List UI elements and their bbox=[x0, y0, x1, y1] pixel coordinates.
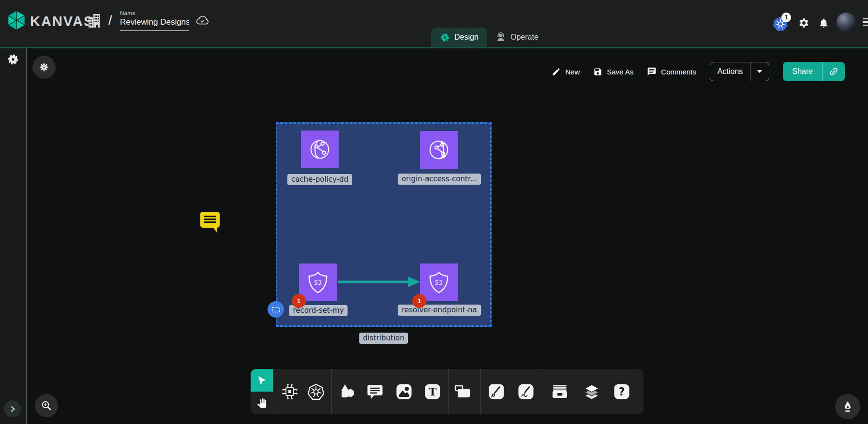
tab-design-label: Design bbox=[454, 33, 479, 42]
kanvas-app: KANVAS / Name bbox=[0, 0, 868, 424]
error-badge[interactable]: 1 bbox=[412, 294, 426, 308]
route53-resolver-endpoint-icon: 53 bbox=[427, 270, 451, 294]
kubernetes-cluster-icon[interactable]: 1 bbox=[773, 13, 794, 33]
save-as-label: Save As bbox=[607, 68, 633, 76]
canvas-menu-button[interactable] bbox=[32, 56, 56, 79]
pen-path-icon bbox=[488, 383, 505, 400]
comments-button[interactable]: Comments bbox=[647, 67, 696, 76]
node-resolver-endpoint[interactable]: 53 bbox=[420, 263, 458, 301]
svg-text:53: 53 bbox=[435, 279, 443, 286]
image-icon bbox=[396, 383, 413, 400]
node-cache-policy[interactable] bbox=[301, 131, 339, 168]
canvas-action-row: New Save As Comments Actions bbox=[552, 61, 845, 82]
cloud-saved-icon bbox=[195, 15, 209, 26]
node-origin-access-control[interactable] bbox=[420, 131, 458, 169]
pen-tool[interactable] bbox=[488, 383, 505, 400]
comment-tool[interactable] bbox=[367, 383, 384, 400]
route53-record-set-icon: 53 bbox=[306, 270, 330, 294]
kanvas-hexagon-logo[interactable] bbox=[6, 10, 27, 31]
sketch-tool[interactable] bbox=[518, 383, 535, 400]
pencil-icon bbox=[552, 67, 561, 76]
node-label[interactable]: cache-policy-dd bbox=[287, 174, 352, 185]
tab-tool[interactable] bbox=[454, 383, 471, 400]
layers-tool[interactable] bbox=[583, 383, 600, 400]
kubernetes-tool[interactable] bbox=[307, 383, 325, 400]
sidebar-expand-button[interactable] bbox=[4, 400, 21, 417]
pen-nib-icon bbox=[841, 400, 854, 413]
selection-handle[interactable] bbox=[268, 301, 284, 318]
settings-gear-icon[interactable] bbox=[798, 17, 809, 29]
tab-rename-icon bbox=[454, 383, 471, 400]
cloudfront-cache-policy-icon bbox=[308, 137, 332, 161]
whiteboard-pen-button[interactable] bbox=[835, 394, 860, 419]
svg-text:?: ? bbox=[619, 385, 625, 398]
comment-pin-icon[interactable] bbox=[199, 211, 222, 234]
new-button[interactable]: New bbox=[552, 67, 580, 76]
bottom-toolbar: T bbox=[251, 369, 644, 414]
link-icon[interactable] bbox=[823, 62, 845, 81]
node-record-set[interactable]: 53 bbox=[299, 263, 337, 301]
node-label[interactable]: origin-access-contr... bbox=[398, 174, 481, 185]
node-label[interactable]: resolver-endpoint-na bbox=[398, 305, 481, 316]
edge-arrow[interactable] bbox=[338, 276, 421, 288]
kubernetes-helm-icon bbox=[307, 383, 325, 400]
comments-bubble-icon bbox=[647, 67, 657, 76]
svg-text:53: 53 bbox=[314, 279, 322, 286]
group-label[interactable]: distribution bbox=[359, 333, 408, 344]
app-header: KANVAS / Name bbox=[0, 0, 868, 48]
actions-dropdown-button[interactable]: Actions bbox=[710, 62, 769, 81]
share-label: Share bbox=[783, 62, 822, 81]
cluster-count-badge: 1 bbox=[781, 13, 791, 22]
help-tool[interactable]: ? bbox=[614, 383, 630, 400]
operate-person-icon bbox=[495, 32, 506, 43]
brand-name: KANVAS bbox=[30, 14, 94, 29]
pan-tool[interactable] bbox=[251, 392, 273, 414]
tab-design[interactable]: Design bbox=[431, 28, 487, 47]
design-swirl-icon bbox=[440, 32, 450, 43]
drawer-archive-icon bbox=[551, 383, 569, 400]
shapes-icon bbox=[338, 383, 356, 400]
meshery-swirl-icon[interactable] bbox=[7, 53, 19, 66]
organization-building-icon[interactable] bbox=[89, 13, 101, 28]
tab-operate-label: Operate bbox=[510, 33, 539, 42]
share-button[interactable]: Share bbox=[783, 62, 845, 81]
breadcrumb-slash: / bbox=[108, 13, 112, 28]
text-icon: T bbox=[424, 383, 441, 400]
save-as-button[interactable]: Save As bbox=[593, 67, 633, 76]
actions-label: Actions bbox=[710, 62, 750, 81]
left-sidebar bbox=[0, 48, 27, 424]
flower-menu-icon bbox=[38, 61, 50, 73]
chevron-down-icon[interactable] bbox=[750, 62, 769, 81]
layers-icon bbox=[583, 383, 600, 400]
hand-icon bbox=[257, 398, 267, 408]
select-tool[interactable] bbox=[251, 369, 273, 392]
toolbar-divider bbox=[448, 369, 449, 414]
shapes-tool[interactable] bbox=[338, 383, 356, 400]
drawer-tool[interactable] bbox=[551, 383, 569, 400]
component-tool[interactable] bbox=[281, 383, 299, 400]
cloudfront-origin-access-control-icon bbox=[427, 138, 451, 162]
comment-bubble-icon bbox=[367, 383, 384, 400]
svg-text:T: T bbox=[429, 385, 437, 398]
user-avatar[interactable] bbox=[837, 13, 856, 32]
floppy-save-icon bbox=[593, 67, 602, 76]
toolbar-divider bbox=[480, 369, 481, 414]
expand-chevron-icon bbox=[9, 405, 16, 413]
image-tool[interactable] bbox=[396, 383, 413, 400]
overflow-menu-icon[interactable] bbox=[863, 18, 868, 28]
component-chip-icon bbox=[281, 383, 299, 400]
toolbar-divider bbox=[543, 369, 543, 414]
tab-operate[interactable]: Operate bbox=[487, 28, 547, 47]
new-label: New bbox=[565, 68, 580, 76]
selection-marquee[interactable]: 53 53 1 1 cache-policy-dd origin-access-… bbox=[276, 122, 492, 327]
question-mark-icon: ? bbox=[614, 383, 630, 400]
pointer-icon bbox=[256, 375, 267, 386]
toolbar-divider bbox=[273, 369, 273, 414]
zoom-in-button[interactable] bbox=[35, 394, 58, 417]
error-badge[interactable]: 1 bbox=[292, 294, 306, 308]
text-tool[interactable]: T bbox=[424, 383, 441, 400]
zoom-in-icon bbox=[41, 400, 52, 411]
design-name-label: Name bbox=[120, 10, 189, 16]
notifications-bell-icon[interactable] bbox=[818, 17, 829, 29]
design-name-input[interactable] bbox=[120, 17, 189, 31]
